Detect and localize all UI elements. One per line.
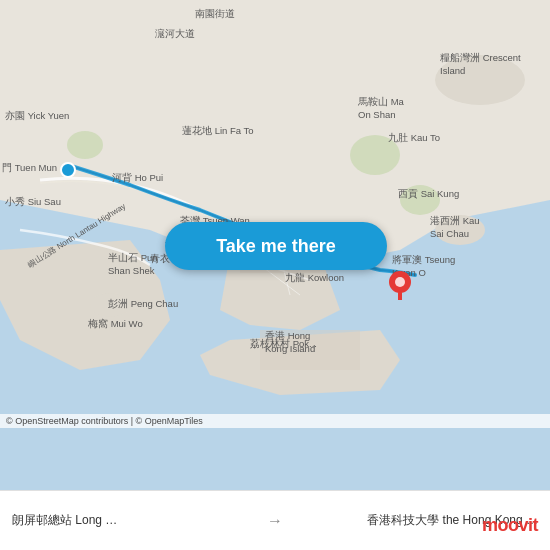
- label-kau-sai-chau: 港西洲 KauSai Chau: [430, 215, 480, 239]
- label-peng-chau: 彭洲 Peng Chau: [108, 298, 178, 311]
- footer-from: 朗屏邨總站 Long …: [12, 512, 259, 529]
- moovit-logo: moovit: [482, 515, 538, 536]
- footer: 朗屏邨總站 Long … → 香港科技大學 the Hong Kong … mo…: [0, 490, 550, 550]
- destination-marker: [388, 270, 408, 290]
- origin-marker: [60, 162, 76, 178]
- take-me-there-button[interactable]: Take me there: [165, 222, 387, 270]
- footer-arrow: →: [259, 512, 291, 530]
- label-sai-kung: 西貢 Sai Kung: [398, 188, 459, 201]
- label-liuhe-boulevard: 滱河大道: [155, 28, 195, 41]
- svg-point-17: [61, 163, 75, 177]
- map-container: 南園街道 滱河大道 亦園 Yick Yuen 門 Tuen Mun 小秀 Siu…: [0, 0, 550, 490]
- svg-point-12: [67, 131, 103, 159]
- label-lin-fa-to: 蓮花地 Lin Fa To: [182, 125, 254, 138]
- label-kau-to: 九肚 Kau To: [388, 132, 440, 145]
- label-ho-pui: 河背 Ho Pui: [112, 172, 163, 185]
- attribution: © OpenStreetMap contributors | © OpenMap…: [0, 414, 550, 428]
- label-south-garden-street: 南園街道: [195, 8, 235, 21]
- label-pok-village: 荔枝林村 Pok...: [250, 338, 317, 351]
- label-kowloon: 九龍 Kowloon: [285, 272, 344, 285]
- label-mui-wo: 梅窩 Mui Wo: [88, 318, 143, 331]
- label-ma-on-shan: 馬鞍山 MaOn Shan: [358, 96, 404, 120]
- label-siu-sau: 小秀 Siu Sau: [5, 196, 61, 209]
- label-pun-shan-shek: 半山石 PunShan Shek: [108, 252, 158, 276]
- label-tuen-mun: 門 Tuen Mun: [2, 162, 57, 175]
- moovit-logo-text: moovit: [482, 515, 538, 535]
- label-crescent-island: 糧船灣洲 CrescentIsland: [440, 52, 521, 76]
- svg-point-19: [395, 277, 405, 287]
- attribution-text: © OpenStreetMap contributors | © OpenMap…: [6, 416, 203, 426]
- label-yick-yuen: 亦園 Yick Yuen: [5, 110, 69, 123]
